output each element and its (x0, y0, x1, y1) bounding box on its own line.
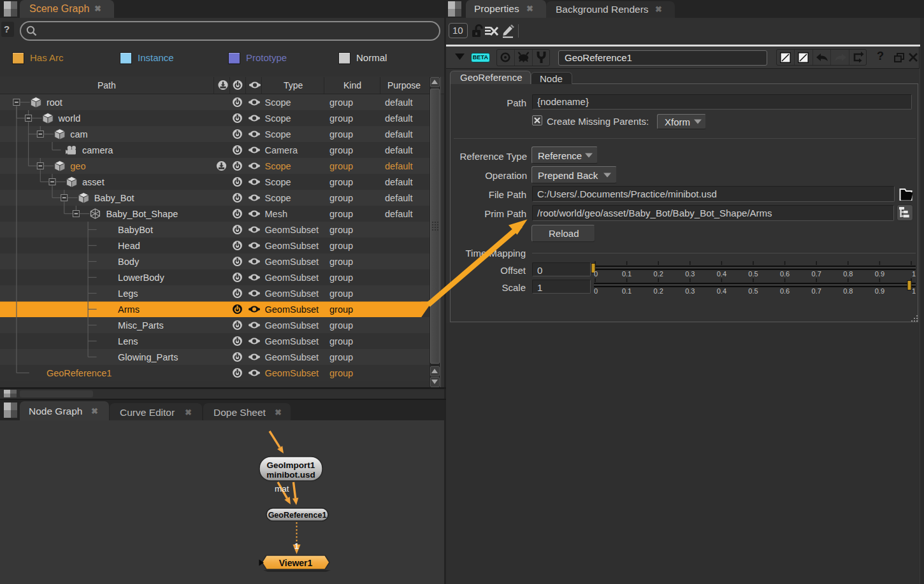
svg-text:BabyBot: BabyBot (118, 225, 153, 235)
svg-text:LowerBody: LowerBody (118, 273, 164, 283)
svg-text:mat: mat (275, 484, 289, 494)
svg-text:0: 0 (594, 287, 598, 295)
svg-text:Mesh: Mesh (265, 209, 287, 219)
svg-text:0.1: 0.1 (622, 270, 632, 278)
svg-text:1: 1 (912, 287, 916, 295)
svg-text:0.2: 0.2 (654, 287, 663, 295)
svg-text:GeomSubset: GeomSubset (265, 257, 319, 267)
svg-text:group: group (329, 304, 353, 315)
svg-text:0.5: 0.5 (748, 270, 758, 278)
svg-text:cam: cam (70, 129, 87, 139)
svg-text:0.4: 0.4 (717, 270, 726, 278)
svg-text:geo: geo (70, 161, 85, 171)
svg-text:group: group (329, 368, 353, 378)
svg-text:group: group (329, 225, 353, 235)
svg-text:minibot.usd: minibot.usd (266, 470, 315, 480)
svg-text:group: group (329, 320, 353, 331)
svg-text:0.9: 0.9 (875, 270, 884, 278)
svg-text:Baby_Bot_Shape: Baby_Bot_Shape (106, 209, 178, 219)
svg-text:Scope: Scope (265, 161, 291, 171)
svg-text:group: group (329, 257, 353, 267)
svg-text:0.1: 0.1 (622, 287, 632, 295)
svg-text:0.5: 0.5 (748, 287, 758, 295)
svg-text:GeomSubset: GeomSubset (265, 368, 319, 378)
svg-text:group: group (329, 193, 353, 203)
svg-text:Head: Head (118, 241, 140, 251)
svg-text:GeomSubset: GeomSubset (265, 304, 319, 315)
svg-text:root: root (47, 97, 62, 108)
svg-text:Legs: Legs (118, 288, 138, 299)
svg-text:0.6: 0.6 (780, 270, 790, 278)
svg-text:GeomSubset: GeomSubset (265, 241, 319, 251)
svg-text:GeomSubset: GeomSubset (265, 225, 319, 235)
svg-text:Arms: Arms (118, 304, 140, 315)
svg-text:0.8: 0.8 (843, 270, 853, 278)
svg-text:Scope: Scope (265, 113, 291, 124)
svg-text:group: group (329, 336, 353, 346)
svg-text:0.4: 0.4 (717, 287, 726, 295)
svg-text:default: default (385, 113, 413, 124)
svg-text:Body: Body (118, 257, 140, 267)
svg-text:group: group (329, 97, 353, 108)
svg-text:GeoReference1: GeoReference1 (268, 511, 327, 520)
svg-text:Misc_Parts: Misc_Parts (118, 320, 164, 331)
svg-text:world: world (58, 113, 81, 124)
svg-text:group: group (329, 113, 353, 124)
svg-text:default: default (385, 161, 413, 171)
svg-text:group: group (329, 209, 353, 219)
svg-text:GeomSubset: GeomSubset (265, 352, 319, 362)
svg-text:1: 1 (294, 542, 299, 551)
svg-text:group: group (329, 288, 353, 299)
svg-text:Baby_Bot: Baby_Bot (94, 193, 134, 203)
svg-text:GeomSubset: GeomSubset (265, 336, 319, 346)
svg-text:default: default (385, 129, 413, 139)
svg-text:Lens: Lens (118, 336, 138, 346)
svg-text:camera: camera (82, 145, 113, 155)
svg-text:group: group (329, 177, 353, 187)
svg-text:GeoReference1: GeoReference1 (47, 368, 112, 378)
svg-text:0: 0 (594, 270, 598, 278)
svg-text:0.7: 0.7 (812, 270, 821, 278)
svg-text:GeomSubset: GeomSubset (265, 320, 319, 331)
svg-text:0.8: 0.8 (843, 287, 853, 295)
svg-text:default: default (385, 145, 413, 155)
svg-text:group: group (329, 352, 353, 362)
svg-text:GeomSubset: GeomSubset (265, 288, 319, 299)
svg-text:1: 1 (912, 270, 916, 278)
svg-text:asset: asset (82, 177, 105, 187)
svg-text:Scope: Scope (265, 193, 291, 203)
svg-text:0.3: 0.3 (685, 287, 695, 295)
svg-text:GeoImport1: GeoImport1 (267, 460, 315, 470)
svg-text:group: group (329, 241, 353, 251)
svg-text:group: group (329, 145, 353, 155)
svg-text:Viewer1: Viewer1 (279, 558, 313, 568)
svg-text:default: default (385, 97, 413, 108)
svg-text:default: default (385, 177, 413, 187)
svg-text:default: default (385, 193, 413, 203)
svg-text:group: group (329, 161, 353, 171)
svg-text:0.3: 0.3 (685, 270, 695, 278)
svg-text:GeomSubset: GeomSubset (265, 273, 319, 283)
svg-text:Scope: Scope (265, 177, 291, 187)
svg-text:Scope: Scope (265, 129, 291, 139)
svg-text:0.6: 0.6 (780, 287, 790, 295)
svg-text:Scope: Scope (265, 97, 291, 108)
svg-text:group: group (329, 129, 353, 139)
svg-text:0.2: 0.2 (654, 270, 663, 278)
svg-text:Camera: Camera (265, 145, 299, 155)
svg-text:0.7: 0.7 (812, 287, 821, 295)
svg-text:0.9: 0.9 (875, 287, 884, 295)
svg-text:Glowing_Parts: Glowing_Parts (118, 352, 178, 362)
svg-text:group: group (329, 273, 353, 283)
